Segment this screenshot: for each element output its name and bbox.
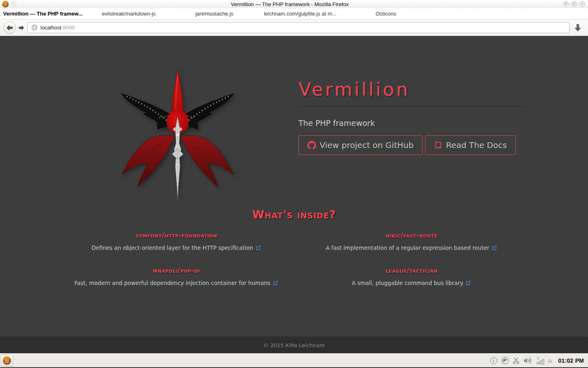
- whats-inside-heading: What's inside?: [0, 208, 588, 221]
- minimize-button[interactable]: ∨: [563, 1, 569, 7]
- package-description: Defines an object-oriented layer for the…: [59, 245, 294, 252]
- maximize-button[interactable]: ◇: [571, 1, 577, 7]
- package-description: Fast, modern and powerful dependency inj…: [59, 280, 294, 287]
- taskbar-clock[interactable]: 01:02 PM: [558, 357, 584, 364]
- url-host: localhost: [40, 25, 61, 31]
- package-mnapoli-php-di: mnapoli/php-di Fast, modern and powerful…: [59, 267, 294, 287]
- external-link-icon[interactable]: [273, 280, 278, 287]
- package-name: mnapoli/php-di: [59, 267, 294, 274]
- package-description-text: Defines an object-oriented layer for the…: [91, 245, 253, 251]
- external-link-icon[interactable]: [256, 245, 261, 252]
- window-title: Vermillion — The PHP framework - Mozilla…: [18, 1, 561, 7]
- tab-markdown-js[interactable]: evilstreak/markdown-js: [86, 11, 172, 17]
- forward-button[interactable]: [16, 23, 26, 33]
- github-octocat-icon: [307, 141, 316, 150]
- back-arrow-icon: [7, 25, 13, 31]
- page-title: Vermillion: [298, 79, 525, 100]
- download-button[interactable]: [571, 22, 585, 34]
- github-button-label: View project on GitHub: [320, 140, 414, 150]
- forward-arrow-icon: [18, 25, 24, 30]
- signal-letter: U: [537, 357, 539, 360]
- github-button[interactable]: View project on GitHub: [298, 135, 423, 155]
- navigation-toolbar: localhost:8000: [0, 20, 588, 36]
- book-icon: [434, 141, 442, 149]
- packages-grid: symfony/http-foundation Defines an objec…: [59, 231, 529, 287]
- close-button[interactable]: ×: [579, 1, 585, 7]
- package-name: nikic/fast-route: [294, 231, 529, 239]
- system-tray: U 01:02 PM: [490, 356, 584, 365]
- page-subtitle: The PHP framework: [298, 119, 525, 128]
- taskbar-firefox-button[interactable]: [1, 355, 13, 367]
- firefox-icon: [2, 1, 9, 8]
- package-description-text: Fast, modern and powerful dependency inj…: [74, 280, 270, 286]
- clipboard-scissors-tray-icon[interactable]: [512, 357, 520, 364]
- hero-text-column: Vermillion The PHP framework View projec…: [298, 68, 525, 203]
- package-description-text: A fast implementation of a regular expre…: [326, 245, 489, 251]
- logo-container: [63, 68, 292, 203]
- package-description: A fast implementation of a regular expre…: [294, 245, 529, 252]
- window-menu-button[interactable]: •: [11, 2, 16, 7]
- package-name: league/tactician: [294, 267, 529, 274]
- vermillion-logo: [118, 68, 237, 203]
- package-description-text: A small, pluggable command bus library: [352, 280, 463, 286]
- docs-button-label: Read The Docs: [446, 140, 507, 150]
- package-nikic-fast-route: nikic/fast-route A fast implementation o…: [294, 231, 529, 252]
- page-footer: © 2015 Kilte Leichnam: [0, 336, 588, 353]
- volume-tray-icon[interactable]: [523, 357, 532, 365]
- copyright-text: © 2015 Kilte Leichnam: [263, 342, 325, 348]
- tab-gulpfile[interactable]: leichnam.com/gulpfile.js at m...: [257, 11, 343, 17]
- window-titlebar: • Vermillion — The PHP framework - Mozil…: [0, 0, 588, 8]
- globe-icon: [31, 25, 38, 31]
- docs-button[interactable]: Read The Docs: [425, 135, 516, 155]
- tab-strip: Vermillion — The PHP framew... evilstrea…: [0, 8, 588, 20]
- download-arrow-icon: [575, 24, 581, 31]
- package-name: symfony/http-foundation: [59, 231, 294, 239]
- network-globe-tray-icon[interactable]: [501, 357, 509, 365]
- tab-mustache-js[interactable]: janl/mustache.js: [172, 11, 257, 17]
- url-bar[interactable]: localhost:8000: [27, 22, 570, 33]
- title-divider: [298, 106, 525, 107]
- signal-strength-tray-icon[interactable]: U: [535, 356, 544, 365]
- hero-buttons: View project on GitHub Read The Docs: [298, 135, 525, 155]
- external-link-icon[interactable]: [466, 280, 471, 287]
- firefox-icon: [2, 356, 11, 365]
- external-link-icon[interactable]: [492, 245, 497, 252]
- tab-vermillion[interactable]: Vermillion — The PHP framew...: [0, 11, 86, 17]
- package-description: A small, pluggable command bus library: [294, 280, 529, 287]
- package-league-tactician: league/tactician A small, pluggable comm…: [294, 267, 529, 287]
- hero-section: Vermillion The PHP framework View projec…: [0, 36, 588, 203]
- window-controls: ∨ ◇ ×: [563, 1, 586, 7]
- page-content: Vermillion The PHP framework View projec…: [0, 36, 588, 336]
- desktop-taskbar: U 01:02 PM: [0, 353, 588, 367]
- url-port: :8000: [61, 25, 75, 31]
- tab-octicons[interactable]: Octicons: [343, 11, 429, 17]
- info-tray-icon[interactable]: [490, 357, 498, 365]
- back-button[interactable]: [3, 21, 16, 34]
- panel-expander-icon[interactable]: [548, 359, 552, 363]
- package-symfony-http-foundation: symfony/http-foundation Defines an objec…: [59, 231, 294, 252]
